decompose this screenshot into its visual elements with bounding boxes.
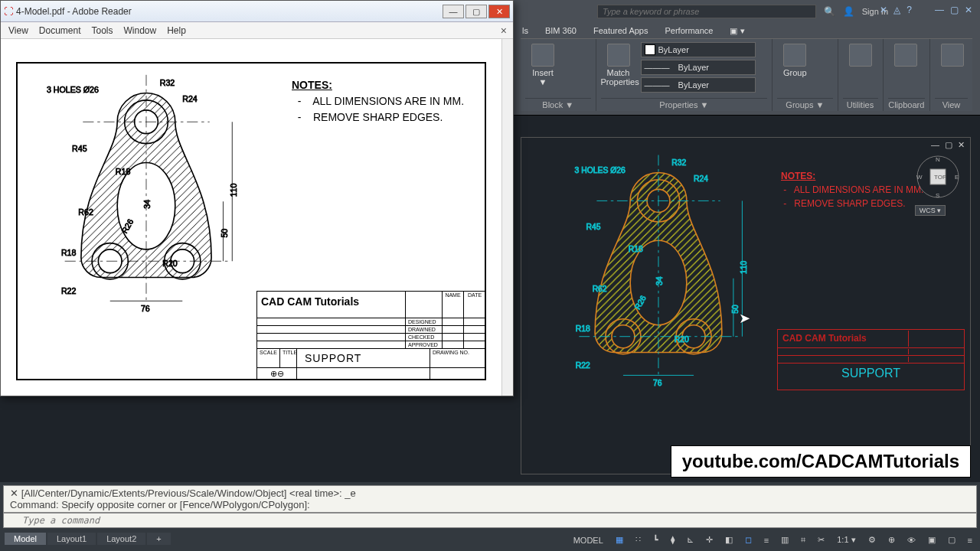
status-scale[interactable]: 1:1 ▾	[834, 533, 858, 546]
exchange-icon[interactable]: ✕	[880, 5, 887, 15]
app-maximize-icon[interactable]: ▢	[950, 5, 959, 15]
app-close-icon[interactable]: ✕	[965, 5, 972, 15]
menu-tools[interactable]: Tools	[92, 25, 113, 36]
help-search-input[interactable]	[597, 5, 816, 18]
clipboard-button[interactable]	[888, 42, 923, 68]
color-dropdown[interactable]: ByLayer	[641, 42, 756, 57]
svg-text:R24: R24	[182, 94, 198, 103]
svg-text:R62: R62	[78, 207, 93, 217]
svg-text:3 HOLES Ø26: 3 HOLES Ø26	[575, 166, 626, 174]
svg-text:34: 34	[655, 276, 664, 285]
reader-close-icon[interactable]: ✕	[488, 5, 510, 18]
status-plus-icon[interactable]: ⊕	[885, 533, 898, 546]
ribbon-tab-extra-icon[interactable]: ▣ ▾	[728, 23, 746, 39]
help-icon[interactable]: ?	[906, 5, 912, 15]
svg-text:R18: R18	[576, 324, 590, 333]
menu-window[interactable]: Window	[124, 25, 157, 36]
cad-part-drawing: 110 50 76 3 HOLES Ø26 R32R24 R45R18 R62R…	[528, 146, 789, 437]
edit-block-icon[interactable]	[565, 64, 580, 79]
panel-utilities[interactable]: Utilities	[843, 98, 878, 109]
status-dyn-icon[interactable]: ⧫	[668, 533, 678, 546]
utilities-button[interactable]	[843, 42, 878, 68]
svg-text:34: 34	[142, 200, 152, 209]
tab-add[interactable]: +	[147, 533, 170, 545]
lineweight-dropdown[interactable]: ——— ByLayer	[641, 60, 756, 75]
panel-properties[interactable]: Properties ▼	[601, 98, 768, 109]
status-max-icon[interactable]: ▣	[925, 533, 939, 546]
status-ann-icon[interactable]: 👁	[904, 534, 919, 546]
status-model[interactable]: MODEL	[570, 534, 606, 546]
svg-text:R22: R22	[61, 286, 77, 295]
tab-layout2[interactable]: Layout2	[97, 533, 145, 545]
reader-menubar: View Document Tools Window Help ×	[1, 22, 513, 39]
tab-layout1[interactable]: Layout1	[47, 533, 96, 545]
ribbon-tab-featured[interactable]: Featured Apps	[592, 23, 650, 39]
tab-model[interactable]: Model	[5, 533, 46, 545]
command-input[interactable]	[3, 513, 977, 528]
reader-scrollbar[interactable]	[501, 39, 513, 396]
svg-text:50: 50	[220, 229, 229, 238]
status-trn-icon[interactable]: ▥	[778, 533, 792, 546]
reader-maximize-icon[interactable]: ▢	[466, 5, 487, 18]
autodesk-icon[interactable]: ◬	[893, 5, 900, 15]
viewport-controls[interactable]: — ▢ ✕	[931, 140, 966, 150]
ribbon: Insert▼ Block ▼ Match Properties ByLayer…	[521, 38, 972, 111]
status-grid-icon[interactable]: ▦	[612, 533, 626, 546]
status-custom-icon[interactable]: ≡	[965, 534, 975, 546]
status-snap-icon[interactable]: ∷	[632, 533, 644, 546]
reader-doc-close-icon[interactable]: ×	[501, 24, 507, 37]
svg-text:R20: R20	[162, 259, 178, 268]
menu-view[interactable]: View	[8, 25, 28, 36]
panel-view[interactable]: View	[935, 98, 968, 109]
svg-text:R45: R45	[586, 223, 601, 231]
signin-icon[interactable]: 👤	[843, 6, 854, 17]
create-block-icon[interactable]	[565, 45, 580, 60]
cad-notes: NOTES: - ALL DIMENSIONS ARE IN MM. - REM…	[781, 169, 923, 210]
reader-app-icon: ⛶	[4, 6, 13, 17]
linetype-dropdown[interactable]: ——— ByLayer	[641, 77, 756, 93]
svg-text:R22: R22	[576, 361, 590, 370]
ribbon-tab-performance[interactable]: Performance	[663, 23, 714, 39]
match-properties-button[interactable]: Match Properties	[601, 42, 636, 86]
insert-button[interactable]: Insert▼	[525, 42, 560, 86]
watermark: youtube.com/CADCAMTutorials	[671, 445, 971, 478]
panel-groups[interactable]: Groups ▼	[777, 98, 832, 109]
view-cube[interactable]: TOP N S W E WCS ▾	[915, 154, 961, 200]
svg-text:R20: R20	[675, 335, 689, 344]
status-clean-icon[interactable]: ▢	[945, 533, 959, 546]
wcs-dropdown[interactable]: WCS ▾	[915, 205, 946, 216]
svg-text:R18: R18	[629, 245, 643, 253]
group-bbox-icon[interactable]	[817, 82, 832, 97]
panel-clipboard[interactable]: Clipboard	[888, 98, 925, 109]
ungroup-icon[interactable]	[817, 45, 832, 60]
svg-text:N: N	[936, 156, 940, 163]
reader-title: 4-Model.pdf - Adobe Reader	[13, 6, 441, 17]
status-qp-icon[interactable]: ⌗	[798, 533, 808, 546]
group-edit-icon[interactable]	[817, 64, 832, 79]
status-ortho-icon[interactable]: ⊾	[684, 533, 697, 546]
menu-document[interactable]: Document	[39, 25, 81, 36]
svg-text:76: 76	[141, 304, 150, 313]
status-infer-icon[interactable]: ┗	[650, 533, 662, 546]
status-gear-icon[interactable]: ⚙	[865, 533, 879, 546]
infocenter-icon[interactable]: 🔍	[824, 6, 835, 17]
status-polar-icon[interactable]: ✛	[703, 533, 716, 546]
status-lwt-icon[interactable]: ≡	[761, 534, 772, 546]
svg-text:R18: R18	[116, 167, 131, 176]
svg-text:76: 76	[653, 379, 662, 387]
svg-text:R32: R32	[160, 78, 175, 87]
menu-help[interactable]: Help	[167, 25, 186, 36]
status-sc-icon[interactable]: ✂	[815, 533, 828, 546]
adobe-reader-window: ⛶ 4-Model.pdf - Adobe Reader — ▢ ✕ View …	[0, 0, 514, 396]
group-button[interactable]: Group	[777, 42, 812, 77]
pdf-part-drawing: 110 50 76 3 HOLES Ø26 R32R24 R45R18 R62R…	[20, 66, 273, 364]
status-iso-icon[interactable]: ◧	[722, 533, 736, 546]
edit-attributes-icon[interactable]	[565, 82, 580, 97]
view-button[interactable]	[935, 42, 970, 68]
reader-minimize-icon[interactable]: —	[443, 5, 464, 18]
ribbon-tab-ls[interactable]: ls	[521, 23, 530, 39]
panel-block[interactable]: Block ▼	[525, 98, 591, 109]
app-minimize-icon[interactable]: —	[935, 5, 944, 15]
status-osnap-icon[interactable]: ◻	[742, 533, 755, 546]
ribbon-tab-bim360[interactable]: BIM 360	[544, 23, 578, 39]
